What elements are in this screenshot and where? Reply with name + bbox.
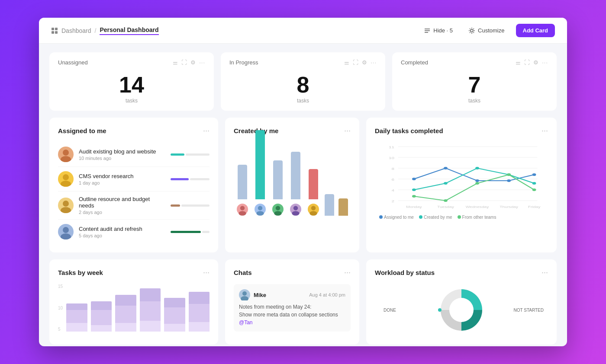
bar-col-3 bbox=[115, 284, 136, 332]
svg-point-12 bbox=[63, 201, 69, 207]
expand-icon-2[interactable]: ⛶ bbox=[353, 59, 358, 66]
task-avatar-1 bbox=[58, 171, 74, 187]
svg-point-48 bbox=[412, 188, 416, 191]
stat-label-in-progress: In Progress bbox=[229, 59, 258, 66]
workload-card: Workload by status ··· DONE bbox=[366, 259, 557, 345]
legend-assigned: Assigned to me bbox=[379, 215, 414, 220]
svg-text:Friday: Friday bbox=[528, 205, 541, 209]
hide-button[interactable]: Hide · 5 bbox=[419, 25, 457, 37]
task-item-2: Outline resource and budget needs 2 days… bbox=[58, 192, 210, 220]
svg-text:Monday: Monday bbox=[406, 205, 422, 209]
tasks-by-week-more[interactable]: ··· bbox=[203, 268, 210, 277]
stat-count-in-progress: 8 bbox=[229, 73, 377, 96]
task-item-0: Audit existing blog and website 10 minut… bbox=[58, 142, 210, 167]
filter-icon-3[interactable]: ⚌ bbox=[516, 59, 521, 66]
chat-message: Notes from meeting on May 24: Show more … bbox=[239, 303, 345, 326]
expand-icon[interactable]: ⛶ bbox=[181, 59, 187, 66]
header: Dashboard / Personal Dashboard Hide · 5 … bbox=[39, 18, 567, 44]
svg-point-59 bbox=[241, 296, 248, 300]
stat-cards-row: Unassigned ⚌ ⛶ ⚙ ··· 14 tasks In Progres… bbox=[49, 52, 557, 111]
stat-card-unassigned: Unassigned ⚌ ⛶ ⚙ ··· 14 tasks bbox=[49, 52, 214, 111]
daily-tasks-title: Daily tasks completed bbox=[375, 127, 443, 134]
svg-point-44 bbox=[444, 167, 448, 169]
chat-username: Mike bbox=[254, 292, 266, 298]
chat-timestamp: Aug 4 at 4:00 pm bbox=[309, 292, 345, 297]
created-bars bbox=[234, 142, 351, 220]
bar-col-6 bbox=[189, 284, 210, 332]
chat-mention[interactable]: @Tan bbox=[239, 319, 253, 326]
chat-line-1: Notes from meeting on May 24: bbox=[239, 304, 311, 310]
stat-label-unassigned: Unassigned bbox=[58, 59, 88, 66]
task-name-0: Audit existing blog and website bbox=[79, 148, 165, 155]
customize-icon bbox=[468, 27, 475, 34]
add-card-button[interactable]: Add Card bbox=[516, 24, 555, 37]
more-icon[interactable]: ··· bbox=[199, 59, 205, 66]
widgets-row: Assigned to me ··· Audit existing blog a… bbox=[49, 118, 557, 252]
chats-card: Chats ··· Mike Aug 4 at 4:00 pm bbox=[225, 259, 359, 345]
chat-line-2: Show more meta data on collapse sections bbox=[239, 312, 338, 318]
svg-rect-3 bbox=[55, 31, 58, 34]
stat-card-in-progress: In Progress ⚌ ⛶ ⚙ ··· 8 tasks bbox=[221, 52, 385, 111]
filter-icon-2[interactable]: ⚌ bbox=[344, 59, 349, 66]
bottom-widgets-row: Tasks by week ··· 15 10 5 bbox=[49, 259, 557, 345]
svg-point-62 bbox=[438, 308, 442, 312]
assigned-to-me-more[interactable]: ··· bbox=[203, 126, 210, 135]
svg-point-58 bbox=[242, 291, 247, 296]
assigned-to-me-title: Assigned to me bbox=[58, 127, 106, 134]
hide-label: Hide · 5 bbox=[433, 27, 453, 34]
stat-sublabel-completed: tasks bbox=[401, 98, 548, 104]
svg-rect-1 bbox=[55, 28, 58, 30]
task-avatar-2 bbox=[58, 198, 74, 213]
svg-text:8: 8 bbox=[392, 167, 395, 171]
svg-point-53 bbox=[412, 195, 416, 198]
chat-item-0[interactable]: Mike Aug 4 at 4:00 pm Notes from meeting… bbox=[234, 284, 351, 332]
workload-more[interactable]: ··· bbox=[542, 268, 548, 277]
stat-sublabel-in-progress: tasks bbox=[229, 98, 377, 104]
task-bar-2 bbox=[171, 204, 210, 207]
chats-more[interactable]: ··· bbox=[344, 268, 351, 277]
svg-point-56 bbox=[507, 173, 511, 176]
donut-chart: DONE bbox=[375, 284, 548, 336]
filter-icon[interactable]: ⚌ bbox=[173, 59, 178, 66]
svg-text:2: 2 bbox=[392, 199, 395, 203]
task-bar-0 bbox=[171, 153, 210, 156]
tasks-bar-chart: 15 10 5 bbox=[58, 284, 210, 332]
svg-point-25 bbox=[309, 211, 317, 215]
created-by-me-more[interactable]: ··· bbox=[344, 126, 351, 135]
more-icon-3[interactable]: ··· bbox=[542, 59, 548, 66]
svg-text:Wednesday: Wednesday bbox=[466, 205, 489, 209]
customize-button[interactable]: Customize bbox=[464, 25, 509, 37]
more-icon-2[interactable]: ··· bbox=[371, 59, 377, 66]
hide-icon bbox=[424, 27, 431, 34]
svg-point-47 bbox=[532, 173, 536, 176]
bar-col-2 bbox=[91, 284, 112, 332]
svg-point-49 bbox=[444, 182, 448, 185]
task-item-3: Content audit and refresh 5 days ago bbox=[58, 220, 210, 244]
settings-icon-2[interactable]: ⚙ bbox=[362, 59, 367, 66]
bar-col-1 bbox=[66, 284, 87, 332]
svg-point-20 bbox=[276, 206, 280, 210]
y-label-10: 10 bbox=[58, 306, 63, 310]
settings-icon[interactable]: ⚙ bbox=[190, 59, 196, 66]
svg-point-10 bbox=[63, 174, 69, 180]
svg-point-61 bbox=[449, 298, 474, 322]
daily-tasks-more[interactable]: ··· bbox=[542, 126, 548, 135]
svg-point-55 bbox=[475, 182, 479, 185]
daily-chart: 11 10 8 6 4 2 Monday Tuesday Wednesday T… bbox=[375, 142, 548, 220]
task-time-0: 10 minutes ago bbox=[79, 156, 165, 161]
stat-card-actions-3: ⚌ ⛶ ⚙ ··· bbox=[516, 59, 548, 66]
settings-icon-3[interactable]: ⚙ bbox=[533, 59, 538, 66]
svg-point-11 bbox=[61, 181, 71, 187]
svg-text:11: 11 bbox=[389, 145, 394, 149]
task-name-1: CMS vendor research bbox=[79, 173, 165, 179]
svg-text:Thursday: Thursday bbox=[500, 205, 518, 209]
expand-icon-3[interactable]: ⛶ bbox=[524, 59, 530, 66]
svg-text:10: 10 bbox=[389, 156, 394, 160]
svg-point-23 bbox=[292, 211, 299, 215]
donut-label-done: DONE bbox=[384, 308, 396, 313]
task-bar-1 bbox=[171, 178, 210, 180]
svg-point-9 bbox=[61, 156, 71, 162]
header-actions: Hide · 5 Customize Add Card bbox=[419, 24, 555, 37]
svg-point-43 bbox=[412, 178, 416, 180]
daily-chart-svg: 11 10 8 6 4 2 Monday Tuesday Wednesday T… bbox=[379, 142, 544, 211]
